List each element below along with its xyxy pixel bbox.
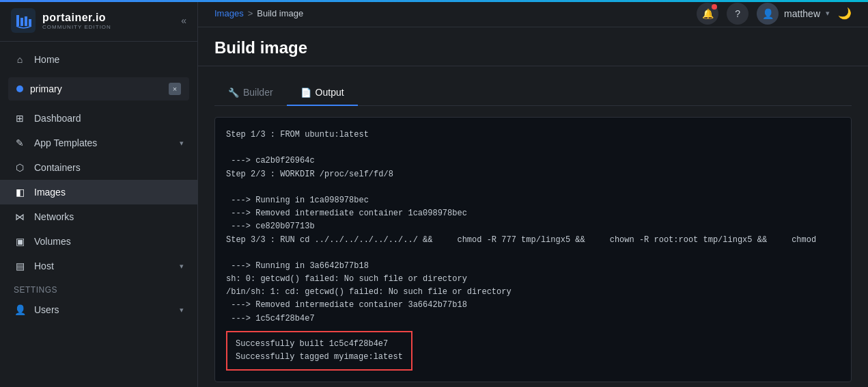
containers-label: Containers bbox=[34, 162, 184, 173]
home-label: Home bbox=[34, 54, 184, 65]
output-line-9 bbox=[226, 247, 840, 260]
output-success-line-1: Successfully tagged myimage:latest bbox=[236, 351, 403, 364]
output-panel: Step 1/3 : FROM ubuntu:latest ---> ca2b0… bbox=[214, 117, 852, 382]
sidebar-item-networks[interactable]: ⋈ Networks bbox=[0, 204, 197, 229]
tab-builder[interactable]: 🔧 Builder bbox=[214, 80, 287, 106]
output-line-6: ---> Removed intermediate container 1ca0… bbox=[226, 207, 840, 220]
tab-output[interactable]: 📄 Output bbox=[287, 80, 358, 106]
sidebar-item-users[interactable]: 👤 Users ▾ bbox=[0, 297, 197, 322]
output-line-8: Step 3/3 : RUN cd ../../../../../../../ … bbox=[226, 234, 840, 247]
sidebar-item-dashboard[interactable]: ⊞ Dashboard bbox=[0, 106, 197, 131]
volumes-label: Volumes bbox=[34, 236, 184, 247]
output-line-3: Step 2/3 : WORKDIR /proc/self/fd/8 bbox=[226, 168, 840, 181]
env-status-dot bbox=[16, 85, 23, 92]
tab-builder-label: Builder bbox=[243, 87, 273, 98]
output-line-4 bbox=[226, 181, 840, 194]
output-tab-icon: 📄 bbox=[300, 88, 311, 98]
breadcrumb-parent[interactable]: Images bbox=[214, 8, 244, 18]
dashboard-icon: ⊞ bbox=[14, 113, 26, 124]
breadcrumb-separator: > bbox=[248, 8, 253, 18]
main-content: Images > Build image 🔔 ? 👤 matthew ▾ 🌙 B… bbox=[198, 0, 868, 387]
output-line-13: ---> Removed intermediate container 3a66… bbox=[226, 299, 840, 312]
users-chevron-icon: ▾ bbox=[180, 306, 184, 315]
user-avatar: 👤 bbox=[757, 3, 779, 25]
sidebar-nav: ⌂ Home primary × ⊞ Dashboard ✎ App Templ… bbox=[0, 42, 197, 387]
breadcrumb: Images > Build image bbox=[214, 8, 303, 18]
output-line-12: /bin/sh: 1: cd: getcwd() failed: No such… bbox=[226, 286, 840, 299]
topbar-right: 🔔 ? 👤 matthew ▾ 🌙 bbox=[697, 3, 852, 25]
sidebar-item-host[interactable]: ▤ Host ▾ bbox=[0, 254, 197, 278]
sidebar-item-containers[interactable]: ⬡ Containers bbox=[0, 155, 197, 180]
dark-mode-icon[interactable]: 🌙 bbox=[838, 7, 852, 20]
networks-label: Networks bbox=[34, 211, 184, 222]
home-icon: ⌂ bbox=[14, 54, 26, 65]
portainer-logo-icon bbox=[11, 8, 36, 33]
output-line-14: ---> 1c5c4f28b4e7 bbox=[226, 312, 840, 325]
tabs: 🔧 Builder 📄 Output bbox=[214, 80, 852, 106]
user-menu[interactable]: 👤 matthew ▾ bbox=[757, 3, 830, 25]
topbar: Images > Build image 🔔 ? 👤 matthew ▾ 🌙 bbox=[198, 0, 868, 27]
output-success-box: Successfully built 1c5c4f28b4e7 Successf… bbox=[226, 331, 412, 371]
app-templates-icon: ✎ bbox=[14, 137, 26, 148]
user-name: matthew bbox=[784, 8, 820, 19]
output-line-7: ---> ce820b07713b bbox=[226, 220, 840, 233]
output-line-5: ---> Running in 1ca098978bec bbox=[226, 194, 840, 207]
sidebar-item-app-templates[interactable]: ✎ App Templates ▾ bbox=[0, 131, 197, 155]
sidebar-collapse-button[interactable]: « bbox=[181, 15, 186, 26]
sidebar-item-images[interactable]: ◧ Images bbox=[0, 180, 197, 204]
dashboard-label: Dashboard bbox=[34, 113, 184, 124]
users-label: Users bbox=[34, 304, 171, 315]
networks-icon: ⋈ bbox=[14, 211, 26, 222]
users-icon: 👤 bbox=[14, 304, 26, 315]
app-templates-label: App Templates bbox=[34, 137, 171, 148]
sidebar: portainer.io COMMUNITY EDITION « ⌂ Home … bbox=[0, 0, 198, 387]
containers-icon: ⬡ bbox=[14, 162, 26, 173]
logo-text: portainer.io COMMUNITY EDITION bbox=[42, 12, 111, 30]
sidebar-item-home[interactable]: ⌂ Home bbox=[0, 47, 197, 72]
user-menu-chevron-icon: ▾ bbox=[826, 9, 830, 18]
images-label: Images bbox=[34, 187, 184, 198]
env-name: primary bbox=[30, 83, 162, 94]
images-icon: ◧ bbox=[14, 187, 26, 198]
output-line-10: ---> Running in 3a6642b77b18 bbox=[226, 260, 840, 273]
app-templates-chevron-icon: ▾ bbox=[180, 139, 184, 148]
output-line-11: sh: 0: getcwd() failed: No such file or … bbox=[226, 273, 840, 286]
output-success-line-0: Successfully built 1c5c4f28b4e7 bbox=[236, 338, 403, 351]
output-line-0: Step 1/3 : FROM ubuntu:latest bbox=[226, 129, 840, 142]
help-button[interactable]: ? bbox=[727, 3, 748, 25]
sidebar-item-volumes[interactable]: ▣ Volumes bbox=[0, 229, 197, 254]
builder-tab-icon: 🔧 bbox=[228, 88, 239, 98]
output-line-1 bbox=[226, 142, 840, 155]
env-close-button[interactable]: × bbox=[169, 83, 181, 95]
settings-section-label: Settings bbox=[0, 278, 197, 297]
app-edition: COMMUNITY EDITION bbox=[42, 24, 111, 30]
environment-bar: primary × bbox=[8, 77, 189, 101]
volumes-icon: ▣ bbox=[14, 236, 26, 247]
breadcrumb-current: Build image bbox=[257, 8, 303, 18]
page-title: Build image bbox=[214, 38, 852, 57]
host-chevron-icon: ▾ bbox=[180, 262, 184, 271]
app-name: portainer.io bbox=[42, 12, 111, 24]
host-icon: ▤ bbox=[14, 261, 26, 271]
output-line-2: ---> ca2b0f26964c bbox=[226, 155, 840, 168]
page-body: 🔧 Builder 📄 Output Step 1/3 : FROM ubunt… bbox=[198, 66, 868, 387]
logo: portainer.io COMMUNITY EDITION bbox=[11, 8, 111, 33]
sidebar-header: portainer.io COMMUNITY EDITION « bbox=[0, 0, 197, 42]
notifications-button[interactable]: 🔔 bbox=[697, 3, 718, 25]
page-header: Build image bbox=[198, 27, 868, 66]
host-label: Host bbox=[34, 261, 171, 271]
tab-output-label: Output bbox=[316, 87, 344, 98]
page-content: Build image 🔧 Builder 📄 Output Step 1/3 … bbox=[198, 27, 868, 387]
notification-badge bbox=[712, 4, 717, 10]
